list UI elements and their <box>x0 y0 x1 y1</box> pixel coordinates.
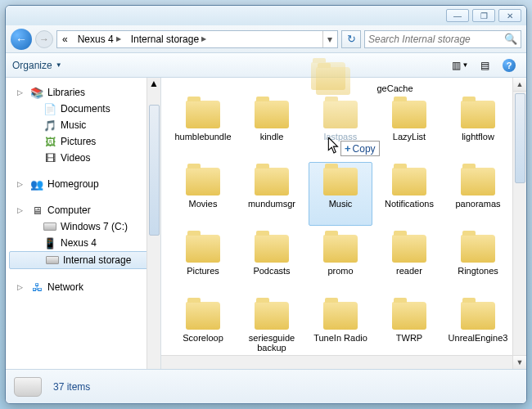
folder-label: Podcasts <box>253 266 290 276</box>
folder-item[interactable]: reader <box>377 229 441 293</box>
sidebar-scrollbar[interactable]: ▲ <box>147 78 160 369</box>
folder-label: LazyList <box>393 132 426 142</box>
back-button[interactable]: ← <box>11 29 32 50</box>
tree-network[interactable]: ▷🖧Network <box>6 279 160 295</box>
chevron-down-icon: ▼ <box>462 61 469 69</box>
folder-icon <box>323 168 358 196</box>
toolbar: Organize ▼ ▥▼ ▤ ? <box>6 53 526 78</box>
tree-libraries[interactable]: ▷📚Libraries <box>6 84 160 101</box>
libraries-icon: 📚 <box>30 86 43 99</box>
folder-icon <box>392 168 426 196</box>
organize-menu[interactable]: Organize ▼ <box>12 60 62 71</box>
folder-item[interactable]: Podcasts <box>240 229 304 293</box>
folder-item[interactable]: LazyList <box>377 95 441 159</box>
folder-icon <box>255 101 289 128</box>
tree-computer[interactable]: ▷🖥Computer <box>6 202 160 218</box>
maximize-button[interactable]: ❐ <box>472 9 495 22</box>
folder-item[interactable]: UnrealEngine3 <box>446 296 510 355</box>
address-bar[interactable]: « Nexus 4▶ Internal storage▶ ▾ <box>56 30 338 48</box>
folder-icon <box>392 235 426 263</box>
content-scrollbar-h[interactable] <box>161 355 512 369</box>
scroll-up-icon[interactable]: ▲ <box>149 78 159 89</box>
close-button[interactable]: ✕ <box>498 9 521 22</box>
chevron-right-icon[interactable]: ▶ <box>116 35 121 43</box>
expand-icon[interactable]: ▷ <box>17 283 23 291</box>
folder-item[interactable]: seriesguide backup <box>240 296 304 355</box>
status-bar: 37 items <box>6 369 526 403</box>
folder-item[interactable]: promo <box>309 229 372 293</box>
tree-music[interactable]: 🎵Music <box>6 117 160 133</box>
folder-icon <box>255 168 289 196</box>
tree-drive-c[interactable]: Windows 7 (C:) <box>6 218 160 235</box>
folder-item[interactable]: Scoreloop <box>171 296 235 355</box>
folder-item[interactable]: Notifications <box>377 162 441 226</box>
folder-label: reader <box>396 266 422 276</box>
address-dropdown-icon[interactable]: ▾ <box>322 31 336 47</box>
folder-item[interactable]: panoramas <box>446 162 510 226</box>
minimize-button[interactable]: — <box>446 9 469 22</box>
view-button[interactable]: ▥▼ <box>449 57 471 74</box>
phone-icon: 📱 <box>43 236 56 249</box>
videos-icon: 🎞 <box>43 151 56 164</box>
folder-label: promo <box>327 266 353 276</box>
chevron-right-icon[interactable]: ▶ <box>201 35 206 43</box>
tree-nexus4[interactable]: 📱Nexus 4 <box>6 235 160 251</box>
folder-item[interactable]: Pictures <box>171 229 235 293</box>
folder-label: TWRP <box>396 333 422 344</box>
address-history-icon[interactable]: « <box>59 31 71 47</box>
folder-label: Scoreloop <box>183 333 223 344</box>
folder-label: seriesguide backup <box>241 333 303 353</box>
folder-icon <box>186 101 220 128</box>
document-icon: 📄 <box>43 102 56 115</box>
folder-label: panoramas <box>455 199 500 209</box>
computer-icon: 🖥 <box>30 204 43 217</box>
breadcrumb-segment[interactable]: Internal storage▶ <box>128 31 210 47</box>
folder-label: Pictures <box>187 266 219 276</box>
folder-item[interactable]: kindle <box>240 95 304 159</box>
search-icon[interactable]: 🔍 <box>504 33 517 45</box>
folder-item[interactable]: geCache <box>363 83 427 95</box>
tree-videos[interactable]: 🎞Videos <box>6 150 160 166</box>
search-box[interactable]: 🔍 <box>364 30 521 48</box>
pictures-icon: 🖼 <box>43 135 56 148</box>
expand-icon[interactable]: ▷ <box>17 206 23 214</box>
breadcrumb-segment[interactable]: Nexus 4▶ <box>74 31 124 47</box>
folder-item[interactable]: TWRP <box>377 296 441 355</box>
refresh-button[interactable]: ↻ <box>341 30 361 48</box>
file-pane[interactable]: geCache humblebundlekindlelastpassLazyLi… <box>161 78 526 369</box>
help-button[interactable]: ? <box>498 57 520 74</box>
scroll-thumb[interactable] <box>149 105 160 236</box>
folder-icon <box>461 235 495 263</box>
tree-homegroup[interactable]: ▷👥Homegroup <box>6 176 160 192</box>
folder-label: Ringtones <box>458 266 498 276</box>
tree-internal-storage[interactable]: Internal storage <box>9 251 157 269</box>
folder-item[interactable]: Ringtones <box>446 229 510 293</box>
folder-item[interactable]: mundumsgr <box>240 162 304 226</box>
drive-icon <box>43 220 56 233</box>
folder-item[interactable]: humblebundle <box>171 95 235 159</box>
preview-pane-button[interactable]: ▤ <box>474 57 495 74</box>
chevron-down-icon: ▼ <box>56 61 62 69</box>
folder-icon <box>323 235 358 263</box>
tree-pictures[interactable]: 🖼Pictures <box>6 133 160 150</box>
folder-icon <box>255 302 289 330</box>
forward-button[interactable]: → <box>35 30 53 48</box>
folder-item[interactable]: TuneIn Radio <box>309 296 372 355</box>
scroll-down-icon[interactable]: ▼ <box>513 355 526 369</box>
folder-label: mundumsgr <box>248 199 295 209</box>
expand-icon[interactable]: ▷ <box>17 88 23 97</box>
folder-label: Movies <box>189 199 218 209</box>
search-input[interactable] <box>368 34 504 45</box>
folder-item[interactable]: lightflow <box>446 95 510 159</box>
folder-item[interactable]: Music <box>309 162 372 226</box>
folder-item[interactable]: Movies <box>171 162 235 226</box>
drive-icon <box>46 254 59 267</box>
status-count: 37 items <box>53 381 90 393</box>
music-icon: 🎵 <box>43 119 56 132</box>
tree-documents[interactable]: 📄Documents <box>6 101 160 117</box>
expand-icon[interactable]: ▷ <box>17 180 23 188</box>
content-scrollbar-v[interactable]: ▲ ▼ <box>512 78 526 369</box>
scroll-thumb[interactable] <box>515 93 525 183</box>
scroll-up-icon[interactable]: ▲ <box>513 78 526 92</box>
titlebar: — ❐ ✕ <box>6 6 526 25</box>
